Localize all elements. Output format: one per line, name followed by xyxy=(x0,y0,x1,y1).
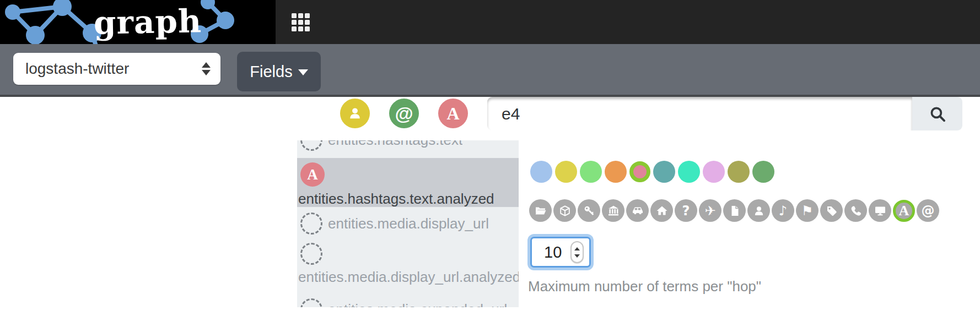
icon-swatch-folder-open[interactable] xyxy=(529,199,552,222)
graph-logo[interactable]: graph xyxy=(0,0,276,44)
letter-a-icon: A xyxy=(446,103,459,124)
color-palette xyxy=(530,157,774,186)
plane-icon: ✈ xyxy=(704,204,715,217)
icon-swatch-car[interactable] xyxy=(626,199,649,222)
key-icon xyxy=(583,204,596,217)
fields-button-label: Fields xyxy=(250,63,292,81)
folder-open-icon xyxy=(534,204,547,217)
music-note-icon: ♪ xyxy=(779,204,787,217)
icon-palette: ? ✈ ♪ ⚑ xyxy=(529,197,939,225)
dashed-circle-icon xyxy=(300,243,322,265)
phone-icon xyxy=(849,204,863,217)
field-label: entities.media.display_url.analyzed xyxy=(298,269,519,286)
color-swatch[interactable] xyxy=(555,161,577,183)
person-icon xyxy=(752,204,766,217)
home-icon xyxy=(655,204,669,217)
icon-swatch-home[interactable] xyxy=(650,199,673,222)
icon-swatch-question[interactable]: ? xyxy=(675,199,697,222)
document-icon xyxy=(728,204,741,217)
apps-grid-icon xyxy=(292,13,310,31)
field-list-item[interactable]: entities.media.expanded_url xyxy=(297,293,519,307)
car-icon xyxy=(631,204,644,217)
color-swatch-selected[interactable] xyxy=(629,161,650,182)
dashed-circle-icon xyxy=(300,140,322,151)
max-terms-label: Maximum number of terms per "hop" xyxy=(528,278,761,295)
icon-swatch-letter-a-selected[interactable]: A xyxy=(893,200,915,222)
icon-swatch-key[interactable] xyxy=(578,199,600,222)
at-icon: @ xyxy=(395,103,413,124)
tag-icon xyxy=(825,204,838,217)
color-swatch[interactable] xyxy=(678,161,700,183)
search-button[interactable] xyxy=(912,97,962,130)
dashed-circle-icon xyxy=(300,298,322,307)
max-terms-input[interactable]: 10 xyxy=(530,237,591,268)
field-list-scroll: entities.hashtags.text A entities.hashta… xyxy=(297,140,519,307)
logo-text: graph xyxy=(93,2,202,41)
package-icon xyxy=(558,204,572,217)
index-pattern-value: logstash-twitter xyxy=(25,60,202,78)
field-label: entities.hashtags.text.analyzed xyxy=(298,190,519,208)
toolbar: logstash-twitter Fields @ A xyxy=(0,44,980,97)
color-swatch[interactable] xyxy=(728,161,750,183)
graph-app-window: graph logstash-twitter Fields @ xyxy=(0,0,980,316)
icon-swatch-flag[interactable]: ⚑ xyxy=(796,199,819,222)
select-caret-icon xyxy=(202,62,211,75)
flag-icon: ⚑ xyxy=(801,204,814,217)
at-icon: @ xyxy=(922,204,935,217)
field-label: entities.media.display_url xyxy=(328,215,489,232)
index-pattern-select[interactable]: logstash-twitter xyxy=(13,53,220,85)
icon-swatch-bank[interactable] xyxy=(602,199,624,222)
search-icon xyxy=(928,105,947,123)
dashed-circle-icon xyxy=(300,213,322,235)
field-label: entities.media.expanded_url xyxy=(328,301,507,308)
icon-swatch-at[interactable]: @ xyxy=(917,199,939,222)
color-swatch[interactable] xyxy=(605,161,627,183)
letter-a-icon: A xyxy=(899,204,909,218)
color-swatch[interactable] xyxy=(703,161,725,183)
vertex-badge-letter-a[interactable]: A xyxy=(438,99,468,128)
color-swatch[interactable] xyxy=(653,161,675,183)
color-swatch[interactable] xyxy=(580,161,602,183)
number-stepper[interactable] xyxy=(570,241,584,263)
graph-logo-image: graph xyxy=(0,0,276,44)
max-terms-value: 10 xyxy=(544,243,570,261)
vertex-badge-person[interactable] xyxy=(340,99,370,128)
icon-swatch-package[interactable] xyxy=(553,199,576,222)
question-mark-icon: ? xyxy=(682,204,690,217)
apps-menu-button[interactable] xyxy=(284,7,316,37)
letter-a-badge-icon: A xyxy=(300,162,325,187)
app-header: graph xyxy=(0,0,980,44)
icon-swatch-plane[interactable]: ✈ xyxy=(699,199,721,222)
color-swatch[interactable] xyxy=(530,161,552,183)
fields-button[interactable]: Fields xyxy=(237,52,321,91)
color-swatch[interactable] xyxy=(752,161,774,183)
bank-icon xyxy=(607,204,620,217)
icon-swatch-document[interactable] xyxy=(723,199,746,222)
field-list-item[interactable]: entities.hashtags.text xyxy=(297,140,519,158)
field-list: entities.hashtags.text A entities.hashta… xyxy=(297,140,519,307)
icon-swatch-desktop[interactable] xyxy=(869,199,891,222)
desktop-icon xyxy=(874,204,887,217)
vertex-badge-at[interactable]: @ xyxy=(389,99,419,128)
field-list-item[interactable]: entities.media.display_url xyxy=(297,207,519,240)
person-icon xyxy=(347,106,363,121)
icon-swatch-phone[interactable] xyxy=(844,199,867,222)
icon-swatch-tag[interactable] xyxy=(820,199,843,222)
field-list-item[interactable]: entities.media.display_url.analyzed xyxy=(297,240,519,293)
field-label: entities.hashtags.text xyxy=(328,140,462,149)
icon-swatch-music[interactable]: ♪ xyxy=(772,199,794,222)
search-bar xyxy=(487,97,962,130)
chevron-down-icon xyxy=(298,69,308,75)
icon-swatch-person[interactable] xyxy=(747,199,770,222)
field-list-item-selected[interactable]: A entities.hashtags.text.analyzed xyxy=(297,158,519,207)
search-input[interactable] xyxy=(487,97,912,130)
